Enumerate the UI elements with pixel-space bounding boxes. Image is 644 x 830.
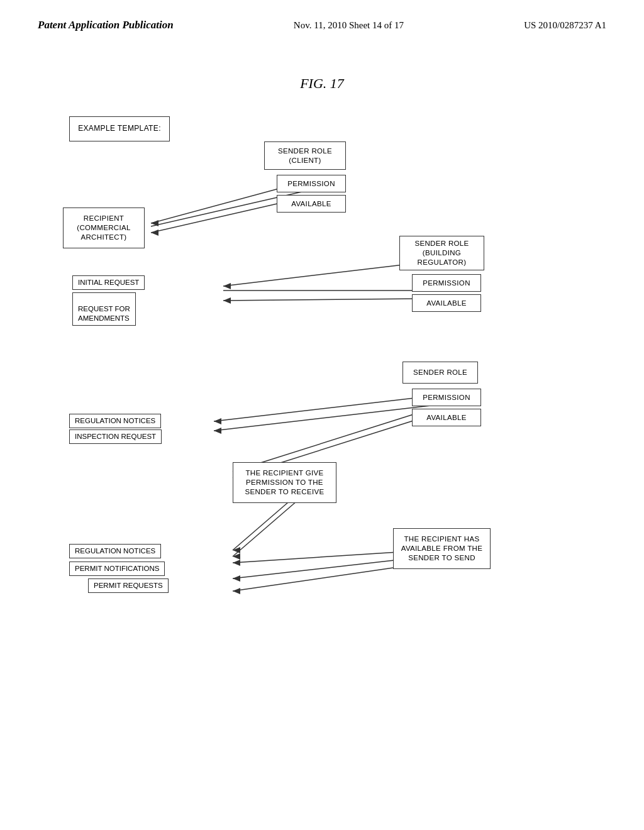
- box-available-1: AVAILABLE: [277, 195, 346, 213]
- svg-marker-25: [233, 588, 240, 594]
- svg-line-6: [214, 396, 431, 421]
- box-recipient-has: THE RECIPIENT HAS AVAILABLE FROM THE SEN…: [393, 528, 491, 569]
- box-permission-3: PERMISSION: [412, 389, 481, 406]
- svg-marker-23: [233, 560, 240, 566]
- svg-marker-16: [151, 230, 158, 236]
- label-regulation-notices-2: REGULATION NOTICES: [69, 544, 161, 558]
- svg-marker-20: [214, 428, 221, 434]
- svg-marker-21: [233, 547, 240, 553]
- diagram-area: FIG. 17: [38, 75, 606, 792]
- svg-marker-18: [223, 297, 231, 304]
- box-example-template: EXAMPLE TEMPLATE:: [69, 116, 170, 141]
- box-recipient: RECIPIENT (COMMERCIAL ARCHITECT): [63, 208, 145, 248]
- header-left: Patent Application Publication: [38, 19, 174, 31]
- svg-marker-15: [151, 220, 158, 226]
- box-available-3: AVAILABLE: [412, 409, 481, 426]
- fig-title: FIG. 17: [300, 75, 344, 92]
- svg-line-4: [223, 299, 421, 301]
- header-center: Nov. 11, 2010 Sheet 14 of 17: [294, 20, 404, 31]
- box-sender-role-client: SENDER ROLE (CLIENT): [264, 141, 346, 170]
- svg-marker-19: [214, 418, 221, 424]
- header-right: US 2010/0287237 A1: [524, 20, 606, 31]
- svg-marker-22: [233, 553, 240, 560]
- label-request-amendments: REQUEST FOR AMENDMENTS: [72, 292, 136, 326]
- label-permit-notifications: PERMIT NOTIFICATIONS: [69, 562, 165, 576]
- label-permit-requests: PERMIT REQUESTS: [88, 578, 169, 593]
- box-sender-role-3: SENDER ROLE: [402, 362, 478, 384]
- box-permission-1: PERMISSION: [277, 175, 346, 192]
- label-regulation-notices-1: REGULATION NOTICES: [69, 414, 161, 428]
- svg-line-7: [214, 406, 431, 431]
- box-recipient-give: THE RECIPIENT GIVE PERMISSION TO THE SEN…: [233, 462, 336, 503]
- box-permission-2: PERMISSION: [412, 274, 481, 292]
- box-available-2: AVAILABLE: [412, 294, 481, 312]
- page: Patent Application Publication Nov. 11, …: [0, 0, 644, 830]
- label-initial-request: INITIAL REQUEST: [72, 275, 145, 290]
- label-inspection-request: INSPECTION REQUEST: [69, 429, 162, 444]
- header: Patent Application Publication Nov. 11, …: [0, 0, 644, 38]
- svg-marker-17: [223, 283, 231, 289]
- svg-line-11: [233, 497, 302, 556]
- svg-marker-24: [233, 575, 240, 582]
- box-sender-role-building: SENDER ROLE (BUILDING REGULATOR): [399, 236, 484, 270]
- svg-line-3: [223, 264, 409, 286]
